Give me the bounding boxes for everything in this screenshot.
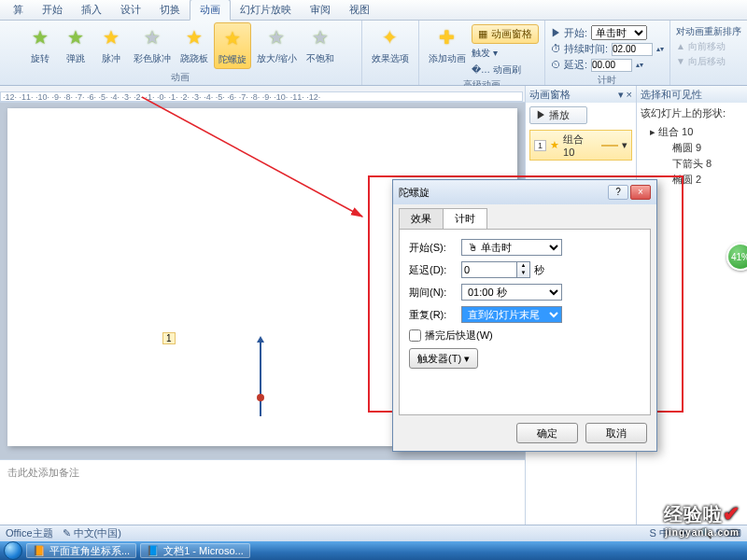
progress-badge: 41% <box>726 243 747 271</box>
dialog-help-button[interactable]: ? <box>608 185 628 200</box>
pane-icon: ▦ <box>478 28 487 40</box>
ok-button[interactable]: 确定 <box>516 423 578 443</box>
animation-order-marker[interactable]: 1 <box>162 332 176 344</box>
selection-heading: 该幻灯片上的形状: <box>641 106 743 120</box>
tab-transition[interactable]: 切换 <box>150 0 190 20</box>
ribbon-body: ★旋转 ★弹跳 ★脉冲 ★彩色脉冲 ★跷跷板 ★陀螺旋 ★放大/缩小 ★不饱和 … <box>0 21 747 86</box>
dlg-start-select[interactable]: 🖱 单击时 <box>461 239 562 256</box>
duration-label: ⏱ 持续时间: <box>551 42 608 56</box>
start-orb[interactable] <box>4 541 22 560</box>
tab-slideshow[interactable]: 幻灯片放映 <box>231 0 301 20</box>
reorder-label: 对动画重新排序 <box>676 24 741 39</box>
anim-item-dropdown-icon[interactable]: ▾ <box>622 139 627 151</box>
anim-teeter[interactable]: ★跷跷板 <box>176 22 212 67</box>
start-label: ▶ 开始: <box>551 26 587 40</box>
dialog-title: 陀螺旋 <box>399 186 430 200</box>
pane-anim-drop-icon[interactable]: ▾ <box>618 89 624 100</box>
dlg-triggers-button[interactable]: 触发器(T) ▾ <box>409 348 478 369</box>
tab-design[interactable]: 设计 <box>111 0 150 20</box>
watermark: 经验啦✔ jingyanla.com <box>664 502 740 538</box>
status-theme: Office主题 <box>6 526 53 540</box>
dlg-delay-input[interactable] <box>461 261 517 278</box>
timing-dialog: 陀螺旋 ? × 效果 计时 开始(S): 🖱 单击时 延迟(D): ▲▼ 秒 期… <box>392 179 657 452</box>
tab-home[interactable]: 开始 <box>33 0 72 20</box>
pane-anim-title: 动画窗格 <box>529 88 571 102</box>
taskbar-item[interactable]: 📘文档1 - Microso... <box>140 543 250 558</box>
cancel-button[interactable]: 取消 <box>585 423 647 443</box>
spin-up-icon[interactable]: ▲ <box>517 262 529 270</box>
ribbon-tabs: 算 开始 插入 设计 切换 动画 幻灯片放映 审阅 视图 <box>0 0 747 21</box>
pane-anim-close-icon[interactable]: × <box>627 89 632 100</box>
anim-desaturate[interactable]: ★不饱和 <box>303 22 338 67</box>
effect-options-button[interactable]: ✦效果选项 <box>368 22 413 67</box>
anim-bounce[interactable]: ★弹跳 <box>59 22 92 67</box>
tab-view[interactable]: 视图 <box>340 0 379 20</box>
shape-dot <box>257 394 264 401</box>
pane-sel-title: 选择和可见性 <box>641 88 702 102</box>
shape-arrow[interactable] <box>260 338 261 416</box>
add-animation-button[interactable]: ✚添加动画 <box>425 22 470 67</box>
spin-down-icon[interactable]: ▼ <box>517 270 529 277</box>
duration-input[interactable] <box>612 43 653 56</box>
play-button[interactable]: ▶ 播放 <box>529 106 587 124</box>
status-lang: ✎ 中文(中国) <box>63 526 121 540</box>
move-later-button: ▼ 向后移动 <box>676 54 741 69</box>
tree-child[interactable]: 椭圆 2 <box>663 172 743 188</box>
group-label-anim: 动画 <box>171 70 190 85</box>
anim-item-number: 1 <box>534 140 546 151</box>
ruler-marks: ·12· ·11· ·10· ·9· ·8· ·7· ·6· ·5· ·4· ·… <box>0 91 523 102</box>
star-icon: ★ <box>550 139 559 151</box>
tab-file[interactable]: 算 <box>4 0 33 20</box>
anim-colorpulse[interactable]: ★彩色脉冲 <box>130 22 175 67</box>
dialog-tab-effect[interactable]: 效果 <box>399 208 444 229</box>
animation-painter-button[interactable]: �… 动画刷 <box>472 63 539 77</box>
powerpoint-icon: 📙 <box>33 545 46 557</box>
anim-growshrink[interactable]: ★放大/缩小 <box>253 22 301 67</box>
dialog-tab-timing[interactable]: 计时 <box>443 208 487 229</box>
tree-child[interactable]: 下箭头 8 <box>663 156 743 172</box>
word-icon: 📘 <box>147 545 160 557</box>
tree-child[interactable]: 椭圆 9 <box>663 140 743 156</box>
dlg-repeat-label: 重复(R): <box>409 308 461 322</box>
tree-root[interactable]: ▸ 组合 10 <box>641 124 743 140</box>
dlg-start-label: 开始(S): <box>409 241 461 255</box>
animation-list-item[interactable]: 1 ★ 组合 10 ▾ <box>529 130 632 161</box>
dlg-rewind-label: 播完后快退(W) <box>425 329 493 343</box>
anim-spin[interactable]: ★陀螺旋 <box>214 22 251 69</box>
tab-review[interactable]: 审阅 <box>301 0 340 20</box>
taskbar-item[interactable]: 📙平面直角坐标系... <box>26 543 136 558</box>
tab-insert[interactable]: 插入 <box>72 0 111 20</box>
dlg-rewind-checkbox[interactable] <box>409 329 421 342</box>
delay-input[interactable] <box>591 59 632 72</box>
status-bar: Office主题 ✎ 中文(中国) S 中 · ❖ ● 🔍 ✎ ⌨ <box>0 525 747 541</box>
dlg-delay-label: 延迟(D): <box>409 263 461 277</box>
dialog-close-button[interactable]: × <box>630 185 651 200</box>
anim-item-label: 组合 10 <box>563 133 598 158</box>
dlg-duration-select[interactable]: 01:00 秒 <box>461 284 562 301</box>
taskbar: 📙平面直角坐标系... 📘文档1 - Microso... <box>0 541 747 560</box>
dlg-duration-label: 期间(N): <box>409 286 461 300</box>
anim-rotate[interactable]: ★旋转 <box>23 22 57 67</box>
start-select[interactable]: 单击时 <box>591 25 647 40</box>
tab-animation[interactable]: 动画 <box>190 0 231 21</box>
dlg-delay-unit: 秒 <box>534 263 544 277</box>
delay-label: ⏲ 延迟: <box>551 58 587 72</box>
animation-pane-button[interactable]: ▦动画窗格 <box>472 24 539 44</box>
notes-pane[interactable]: 击此处添加备注 <box>0 459 525 525</box>
trigger-button[interactable]: 触发 ▾ <box>472 46 539 61</box>
animation-gallery[interactable]: ★旋转 ★弹跳 ★脉冲 ★彩色脉冲 ★跷跷板 ★陀螺旋 ★放大/缩小 ★不饱和 <box>23 22 338 70</box>
anim-pulse[interactable]: ★脉冲 <box>94 22 128 67</box>
move-earlier-button: ▲ 向前移动 <box>676 39 741 54</box>
dlg-repeat-select[interactable]: 直到幻灯片末尾 <box>461 306 562 323</box>
